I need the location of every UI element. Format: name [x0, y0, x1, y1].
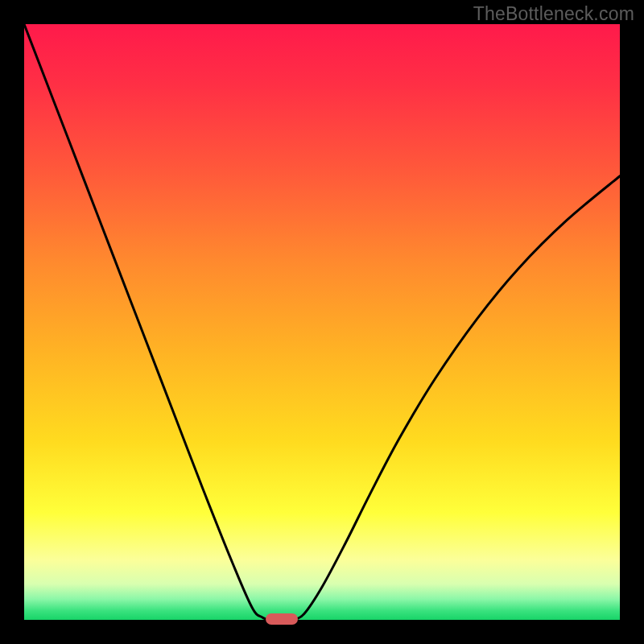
optimal-marker — [266, 613, 299, 625]
chart-frame: TheBottleneck.com — [0, 0, 644, 644]
watermark-text: TheBottleneck.com — [473, 3, 634, 25]
right-curve — [293, 176, 620, 620]
bottleneck-curves — [24, 24, 620, 620]
left-curve — [24, 24, 270, 620]
plot-area — [24, 24, 620, 620]
